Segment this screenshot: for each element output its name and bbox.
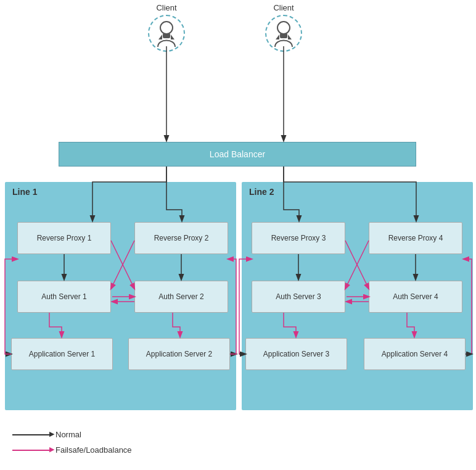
legend-failsafe-label: Failsafe/Loadbalance bbox=[55, 445, 132, 455]
client2-label: Client bbox=[273, 3, 293, 12]
client1-node: Client bbox=[142, 3, 191, 52]
auth-server-4: Auth Server 4 bbox=[369, 281, 462, 313]
reverse-proxy-1: Reverse Proxy 1 bbox=[17, 222, 111, 254]
svg-rect-3 bbox=[280, 33, 287, 38]
app-server-1: Application Server 1 bbox=[11, 338, 113, 370]
svg-point-0 bbox=[160, 22, 173, 34]
svg-rect-1 bbox=[163, 33, 170, 38]
svg-point-2 bbox=[277, 22, 290, 34]
client1-label: Client bbox=[156, 3, 176, 12]
client1-icon bbox=[148, 15, 185, 52]
load-balancer-label: Load Balancer bbox=[210, 149, 265, 159]
app-server-3: Application Server 3 bbox=[245, 338, 347, 370]
legend-normal-label: Normal bbox=[55, 430, 81, 439]
app-server-2: Application Server 2 bbox=[128, 338, 230, 370]
auth-server-2: Auth Server 2 bbox=[134, 281, 228, 313]
legend-normal: ▶ Normal bbox=[12, 430, 132, 439]
auth-server-3: Auth Server 3 bbox=[252, 281, 345, 313]
auth-server-1: Auth Server 1 bbox=[17, 281, 111, 313]
reverse-proxy-4: Reverse Proxy 4 bbox=[369, 222, 462, 254]
app-server-4: Application Server 4 bbox=[364, 338, 466, 370]
legend: ▶ Normal ▶ Failsafe/Loadbalance bbox=[12, 430, 132, 461]
client2-icon bbox=[265, 15, 302, 52]
reverse-proxy-3: Reverse Proxy 3 bbox=[252, 222, 345, 254]
line2-label: Line 2 bbox=[249, 187, 274, 197]
reverse-proxy-2: Reverse Proxy 2 bbox=[134, 222, 228, 254]
diagram-container: Client Client Load Balancer bbox=[0, 0, 476, 470]
legend-failsafe: ▶ Failsafe/Loadbalance bbox=[12, 445, 132, 455]
client2-node: Client bbox=[259, 3, 308, 52]
load-balancer: Load Balancer bbox=[59, 142, 416, 167]
line1-label: Line 1 bbox=[12, 187, 37, 197]
